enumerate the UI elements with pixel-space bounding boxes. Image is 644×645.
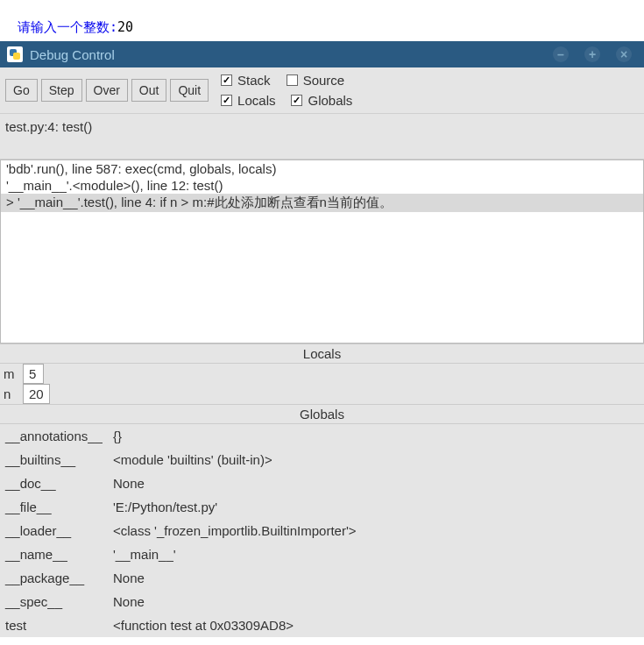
global-var-name: __annotations__ xyxy=(0,427,101,445)
global-var-value: {} xyxy=(108,427,640,445)
console-output: 请输入一个整数:20 xyxy=(0,0,644,41)
global-var-row: __builtins__ <module 'builtins' (built-i… xyxy=(0,448,644,471)
global-var-row: test <function test at 0x03309AD8> xyxy=(0,613,644,637)
locals-checkbox-label: Locals xyxy=(237,93,275,108)
go-button[interactable]: Go xyxy=(5,79,38,102)
local-var-value[interactable]: 5 xyxy=(23,364,44,384)
console-prompt: 请输入一个整数: xyxy=(18,19,117,35)
local-var-row: n 20 xyxy=(0,384,644,404)
global-var-value: None xyxy=(108,592,640,611)
over-button[interactable]: Over xyxy=(86,79,128,102)
locals-checkbox[interactable]: Locals xyxy=(221,93,275,108)
local-var-value[interactable]: 20 xyxy=(23,384,50,404)
global-var-name: __name__ xyxy=(0,545,101,563)
global-var-name: __doc__ xyxy=(0,474,101,493)
global-var-value: <class '_frozen_importlib.BuiltinImporte… xyxy=(108,521,640,540)
global-var-name: test xyxy=(0,616,101,634)
console-user-input: 20 xyxy=(117,19,133,35)
local-var-name: n xyxy=(0,385,16,403)
close-button[interactable]: × xyxy=(616,46,632,62)
global-var-row: __name__ '__main__' xyxy=(0,542,644,566)
global-var-name: __file__ xyxy=(0,498,101,516)
stack-frame[interactable]: 'bdb'.run(), line 587: exec(cmd, globals… xyxy=(1,160,643,177)
global-var-value: <function test at 0x03309AD8> xyxy=(108,616,640,634)
local-var-row: m 5 xyxy=(0,364,644,384)
stack-checkbox-label: Stack xyxy=(237,73,271,88)
global-var-row: __annotations__ {} xyxy=(0,424,644,448)
minimize-button[interactable]: – xyxy=(553,46,569,62)
maximize-button[interactable]: + xyxy=(584,46,600,62)
global-var-row: __file__ 'E:/Python/test.py' xyxy=(0,495,644,519)
global-var-row: __loader__ <class '_frozen_importlib.Bui… xyxy=(0,519,644,542)
global-var-value: None xyxy=(108,474,640,493)
globals-pane: __annotations__ {} __builtins__ <module … xyxy=(0,424,644,637)
window-title: Debug Control xyxy=(30,47,553,62)
checkbox-icon xyxy=(221,95,232,106)
global-var-row: __doc__ None xyxy=(0,471,644,495)
checkbox-icon xyxy=(221,74,232,86)
quit-button[interactable]: Quit xyxy=(170,79,209,102)
stack-frame-current[interactable]: > '__main__'.test(), line 4: if n > m:#此… xyxy=(1,194,643,212)
global-var-value: <module 'builtins' (built-in)> xyxy=(108,450,640,469)
checkbox-icon xyxy=(287,74,298,86)
step-button[interactable]: Step xyxy=(41,79,82,102)
checkbox-group: Stack Source Locals Globals xyxy=(221,73,352,108)
global-var-name: __package__ xyxy=(0,569,101,587)
status-line: test.py:4: test() xyxy=(0,114,644,159)
source-checkbox-label: Source xyxy=(303,73,345,88)
global-var-name: __spec__ xyxy=(0,592,101,611)
globals-checkbox-label: Globals xyxy=(308,93,352,108)
locals-header: Locals xyxy=(0,344,644,364)
out-button[interactable]: Out xyxy=(131,79,167,102)
global-var-value: 'E:/Python/test.py' xyxy=(108,498,640,516)
global-var-row: __spec__ None xyxy=(0,590,644,613)
title-bar: Debug Control – + × xyxy=(0,41,644,67)
global-var-name: __builtins__ xyxy=(0,450,101,469)
toolbar: Go Step Over Out Quit Stack Source Local… xyxy=(0,67,644,114)
call-stack-pane[interactable]: 'bdb'.run(), line 587: exec(cmd, globals… xyxy=(0,159,644,344)
checkbox-icon xyxy=(291,95,302,106)
globals-header: Globals xyxy=(0,404,644,424)
locals-pane: m 5 n 20 xyxy=(0,364,644,404)
window-buttons: – + × xyxy=(553,46,637,62)
global-var-value: None xyxy=(108,569,640,587)
global-var-value: '__main__' xyxy=(108,545,640,563)
python-icon xyxy=(7,46,23,62)
global-var-row: __package__ None xyxy=(0,566,644,590)
stack-frame[interactable]: '__main__'.<module>(), line 12: test() xyxy=(1,177,643,194)
source-checkbox[interactable]: Source xyxy=(287,73,345,88)
stack-checkbox[interactable]: Stack xyxy=(221,73,271,88)
globals-checkbox[interactable]: Globals xyxy=(291,93,352,108)
local-var-name: m xyxy=(0,365,16,383)
global-var-name: __loader__ xyxy=(0,521,101,540)
